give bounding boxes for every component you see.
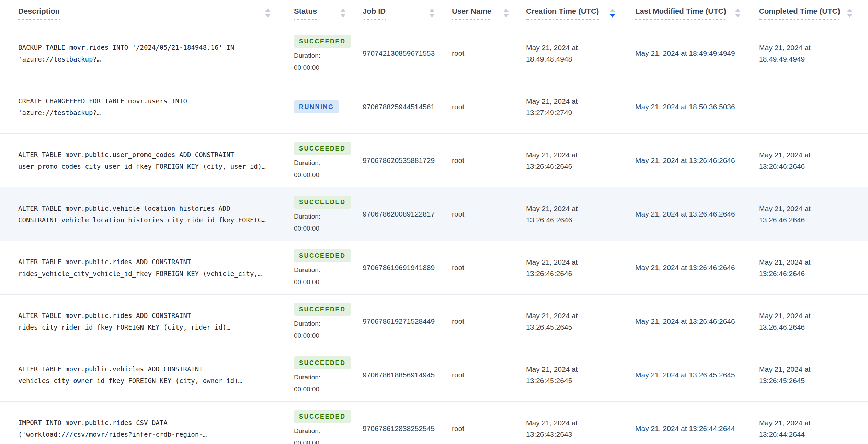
user-name: root xyxy=(452,103,464,111)
creation-time-cell: May 21, 2024 at 13:26:46:2646 xyxy=(518,241,625,294)
description-cell[interactable]: ALTER TABLE movr.public.rides ADD CONSTR… xyxy=(0,241,287,294)
job-description: ALTER TABLE movr.public.user_promo_codes… xyxy=(18,149,271,172)
sort-arrows-icon[interactable] xyxy=(265,9,271,18)
sort-asc-icon[interactable] xyxy=(847,9,853,12)
table-row[interactable]: BACKUP TABLE movr.rides INTO '/2024/05/2… xyxy=(0,26,868,80)
creation-time-cell: May 21, 2024 at 13:26:45:2645 xyxy=(518,295,625,348)
last-modified-time-cell: May 21, 2024 at 13:26:46:2646 xyxy=(625,295,750,348)
job-id: 970742130859671553 xyxy=(363,49,435,57)
table-row[interactable]: ALTER TABLE movr.public.rides ADD CONSTR… xyxy=(0,295,868,348)
creation-time: May 21, 2024 at 13:26:46:2646 xyxy=(526,149,615,172)
job-id: 970678620089122817 xyxy=(363,210,435,218)
completed-time-cell: May 21, 2024 at 13:26:44:2644 xyxy=(750,402,868,444)
job-id-cell: 970678620089122817 xyxy=(355,187,443,241)
status-cell: SUCCEEDED Duration: 00:00:00 xyxy=(287,26,355,80)
last-modified-time: May 21, 2024 at 18:50:36:5036 xyxy=(635,101,735,112)
user-name: root xyxy=(452,317,464,325)
table-row[interactable]: ALTER TABLE movr.public.vehicles ADD CON… xyxy=(0,348,868,402)
column-header-status[interactable]: Status xyxy=(287,7,355,20)
column-header-label: Completed Time (UTC) xyxy=(759,7,840,20)
sort-asc-icon[interactable] xyxy=(265,9,271,12)
job-id: 970678619691941889 xyxy=(363,264,435,272)
completed-time-cell: May 21, 2024 at 13:26:46:2646 xyxy=(750,134,868,187)
job-id: 970678612838252545 xyxy=(363,424,435,433)
job-id-cell: 970678618856914945 xyxy=(355,348,443,401)
duration-label: Duration: xyxy=(294,373,320,381)
completed-time: May 21, 2024 at 13:26:46:2646 xyxy=(759,256,853,279)
sort-asc-icon[interactable] xyxy=(610,9,615,12)
job-id: 970678618856914945 xyxy=(363,371,435,379)
column-header-user-name[interactable]: User Name xyxy=(443,7,518,20)
duration-label: Duration: xyxy=(294,427,320,435)
last-modified-time-cell: May 21, 2024 at 13:26:46:2646 xyxy=(625,134,750,187)
table-row[interactable]: ALTER TABLE movr.public.user_promo_codes… xyxy=(0,134,868,187)
column-header-completed-time[interactable]: Completed Time (UTC) xyxy=(750,7,868,20)
job-description: ALTER TABLE movr.public.vehicle_location… xyxy=(18,202,271,226)
table-row[interactable]: ALTER TABLE movr.public.vehicle_location… xyxy=(0,187,868,241)
user-name-cell: root xyxy=(443,80,518,133)
job-description: ALTER TABLE movr.public.vehicles ADD CON… xyxy=(18,363,271,387)
last-modified-time: May 21, 2024 at 13:26:44:2644 xyxy=(635,423,735,434)
status-cell: SUCCEEDED Duration: 00:00:00 xyxy=(287,241,355,294)
duration-label: Duration: xyxy=(294,266,320,274)
sort-desc-icon[interactable] xyxy=(503,14,509,18)
description-cell[interactable]: ALTER TABLE movr.public.rides ADD CONSTR… xyxy=(0,295,287,348)
duration-label: Duration: xyxy=(294,159,320,167)
sort-arrows-icon[interactable] xyxy=(429,9,435,18)
sort-desc-icon[interactable] xyxy=(847,14,853,18)
creation-time: May 21, 2024 at 13:26:46:2646 xyxy=(526,203,615,225)
sort-asc-icon[interactable] xyxy=(429,9,435,12)
table-row[interactable]: CREATE CHANGEFEED FOR TABLE movr.users I… xyxy=(0,80,868,134)
status-badge: SUCCEEDED xyxy=(294,249,351,262)
sort-asc-icon[interactable] xyxy=(503,9,509,12)
column-header-description[interactable]: Description xyxy=(0,7,287,20)
table-row[interactable]: IMPORT INTO movr.public.rides CSV DATA (… xyxy=(0,402,868,444)
status-badge: SUCCEEDED xyxy=(294,410,351,423)
column-header-label: Job ID xyxy=(363,7,386,20)
sort-arrows-icon[interactable] xyxy=(503,9,509,18)
last-modified-time: May 21, 2024 at 13:26:46:2646 xyxy=(635,262,735,273)
user-name: root xyxy=(452,264,464,272)
last-modified-time: May 21, 2024 at 13:26:46:2646 xyxy=(635,315,735,327)
description-cell[interactable]: ALTER TABLE movr.public.vehicle_location… xyxy=(0,187,287,241)
sort-desc-icon[interactable] xyxy=(429,14,435,18)
status-badge: SUCCEEDED xyxy=(294,303,351,316)
completed-time: May 21, 2024 at 13:26:46:2646 xyxy=(759,149,853,172)
user-name: root xyxy=(452,371,464,379)
sort-arrows-icon[interactable] xyxy=(735,9,741,18)
user-name-cell: root xyxy=(443,402,518,444)
table-row[interactable]: ALTER TABLE movr.public.rides ADD CONSTR… xyxy=(0,241,868,295)
column-header-last-modified-time[interactable]: Last Modified Time (UTC) xyxy=(625,7,750,20)
sort-desc-icon[interactable] xyxy=(610,14,615,18)
sort-arrows-icon[interactable] xyxy=(610,9,615,18)
description-cell[interactable]: CREATE CHANGEFEED FOR TABLE movr.users I… xyxy=(0,80,287,133)
sort-asc-icon[interactable] xyxy=(735,9,741,12)
status-cell: SUCCEEDED Duration: 00:00:00 xyxy=(287,402,355,444)
status-cell: SUCCEEDED Duration: 00:00:00 xyxy=(287,187,355,241)
column-header-creation-time[interactable]: Creation Time (UTC) xyxy=(518,7,625,20)
duration-value: 00:00:00 xyxy=(294,439,319,444)
description-cell[interactable]: IMPORT INTO movr.public.rides CSV DATA (… xyxy=(0,402,287,444)
job-description: IMPORT INTO movr.public.rides CSV DATA (… xyxy=(18,417,271,440)
creation-time-cell: May 21, 2024 at 13:26:43:2643 xyxy=(518,402,625,444)
column-header-label: Creation Time (UTC) xyxy=(526,7,599,20)
column-header-label: Last Modified Time (UTC) xyxy=(635,7,726,20)
status-badge: SUCCEEDED xyxy=(294,196,351,209)
description-cell[interactable]: ALTER TABLE movr.public.vehicles ADD CON… xyxy=(0,348,287,401)
sort-asc-icon[interactable] xyxy=(340,9,346,12)
sort-desc-icon[interactable] xyxy=(340,14,346,18)
completed-time-cell: May 21, 2024 at 13:26:46:2646 xyxy=(750,295,868,348)
sort-arrows-icon[interactable] xyxy=(847,9,853,18)
sort-arrows-icon[interactable] xyxy=(340,9,346,18)
table-header-row: Description Status Job ID User Name Crea… xyxy=(0,0,868,26)
description-cell[interactable]: BACKUP TABLE movr.rides INTO '/2024/05/2… xyxy=(0,26,287,80)
status-badge: SUCCEEDED xyxy=(294,35,351,48)
creation-time-cell: May 21, 2024 at 13:26:46:2646 xyxy=(518,134,625,187)
column-header-job-id[interactable]: Job ID xyxy=(355,7,443,20)
completed-time: May 21, 2024 at 13:26:44:2644 xyxy=(759,417,853,440)
user-name: root xyxy=(452,156,464,165)
job-description: CREATE CHANGEFEED FOR TABLE movr.users I… xyxy=(18,95,271,119)
description-cell[interactable]: ALTER TABLE movr.public.user_promo_codes… xyxy=(0,134,287,187)
sort-desc-icon[interactable] xyxy=(265,14,271,18)
sort-desc-icon[interactable] xyxy=(735,14,741,18)
